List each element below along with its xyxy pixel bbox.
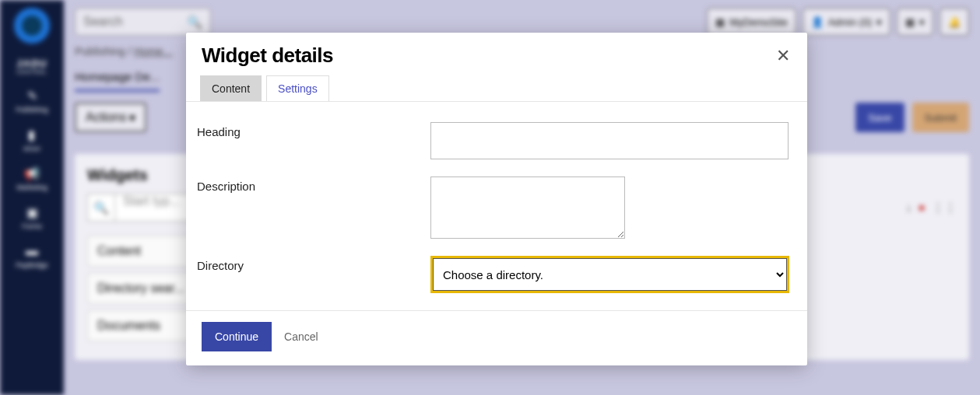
drag-icon[interactable]: ⋮⋮ [932, 201, 957, 215]
chevron-down-icon: ▾ [876, 16, 882, 28]
brand-logo [14, 8, 50, 44]
search-input[interactable]: Search🔍 [75, 8, 211, 36]
sidebar-item-marketing[interactable]: 📢Marketing [16, 166, 47, 191]
tab-settings[interactable]: Settings [266, 75, 329, 101]
directory-label: Directory [197, 256, 430, 293]
close-icon[interactable]: ✕ [776, 46, 790, 66]
download-icon[interactable]: ↓ [905, 201, 912, 215]
heading-label: Heading [197, 122, 430, 159]
widget-details-modal: Widget details ✕ Content Settings Headin… [186, 33, 807, 365]
sidebar-item-egov[interactable]: ▮eGov [23, 128, 40, 152]
bell-icon: 🔔 [948, 16, 961, 28]
remove-icon[interactable]: ● [918, 201, 926, 215]
tab-content[interactable]: Content [200, 75, 262, 101]
megaphone-icon: 📢 [25, 166, 39, 180]
pencil-icon: ✎ [25, 89, 39, 103]
sidebar-item-publishing[interactable]: ✎Publishing [16, 89, 48, 114]
breadcrumb-link[interactable]: Home... [134, 45, 172, 58]
cancel-button[interactable]: Cancel [284, 330, 318, 343]
clipboard-icon: ▣ [25, 205, 39, 219]
user-icon: 👤 [811, 16, 824, 28]
search-icon[interactable]: 🔍 [87, 194, 115, 222]
actions-button[interactable]: Actions ▾ [75, 103, 146, 132]
grid-icon: ▦ [905, 16, 915, 28]
save-button[interactable]: Save [855, 103, 904, 132]
directory-select[interactable]: Choose a directory. [433, 258, 787, 291]
description-label: Description [197, 177, 430, 239]
chevron-down-icon: ▾ [129, 110, 135, 125]
sidebar-item-forms[interactable]: ▣Forms [22, 205, 42, 230]
bookmark-icon: ▮ [25, 128, 39, 142]
sidebar-item-paybridge[interactable]: ▬PayBridge [16, 244, 48, 269]
brand-name: JADUCENTRAL [16, 58, 47, 75]
site-selector[interactable]: ▦MyDemoSite [707, 8, 796, 36]
modal-title: Widget details [202, 44, 333, 68]
notification-button[interactable]: 🔔 [940, 8, 969, 36]
card-icon: ▬ [25, 244, 39, 258]
description-textarea[interactable] [430, 177, 625, 239]
submit-button[interactable]: Submit [912, 103, 969, 132]
page-tab[interactable]: Homepage De... [75, 64, 160, 92]
sidebar: JADUCENTRAL ✎Publishing ▮eGov 📢Marketing… [0, 0, 64, 395]
server-icon: ▦ [715, 16, 725, 28]
continue-button[interactable]: Continue [202, 322, 272, 351]
grid-menu[interactable]: ▦▾ [897, 8, 933, 36]
search-icon: 🔍 [187, 15, 202, 30]
heading-input[interactable] [430, 122, 789, 159]
user-menu[interactable]: 👤Admin (0)▾ [803, 8, 890, 36]
